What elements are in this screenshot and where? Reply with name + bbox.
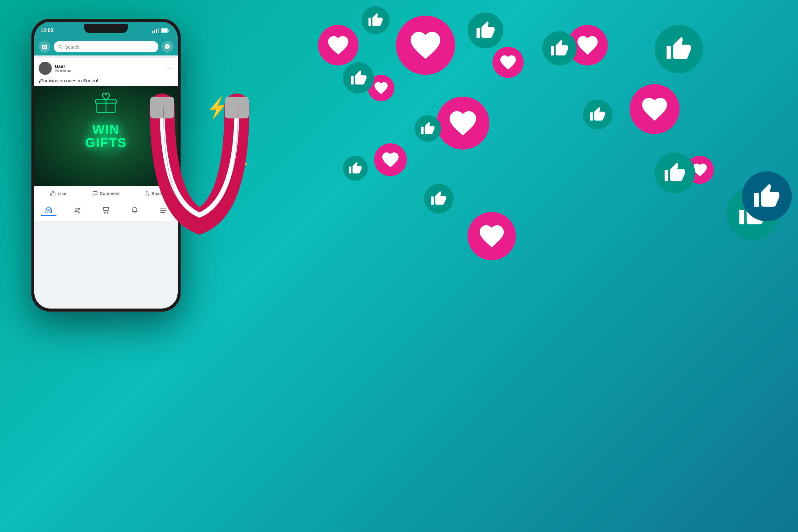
fb-header: Search [34, 38, 178, 56]
magnet-illustration [137, 87, 262, 249]
like-reaction-3 [343, 62, 374, 94]
messenger-icon [164, 44, 171, 50]
like-reaction-6 [424, 184, 454, 213]
heart-reaction-9 [630, 84, 680, 134]
nav-friends[interactable] [70, 205, 85, 216]
svg-rect-14 [46, 209, 52, 213]
people-icon [73, 207, 81, 214]
post-time: 20 min [55, 69, 71, 73]
magnet-svg [137, 87, 262, 249]
search-icon [58, 44, 62, 49]
friends-icon [67, 69, 71, 73]
like-reaction-7 [543, 31, 577, 65]
svg-rect-23 [150, 97, 174, 118]
camera-icon [41, 44, 48, 50]
svg-point-17 [78, 209, 80, 210]
messenger-button[interactable] [162, 41, 173, 53]
like-reaction-9 [654, 153, 695, 193]
heart-reaction-3 [493, 47, 524, 78]
post-username: User [55, 63, 71, 69]
camera-button[interactable] [39, 41, 51, 53]
like-reaction-8 [583, 100, 612, 129]
like-reaction-2 [468, 13, 504, 48]
battery-icon [161, 28, 169, 33]
svg-rect-0 [152, 31, 153, 33]
gift-box-illustration [94, 90, 118, 114]
marketplace-icon [102, 207, 110, 214]
like-reaction-10 [654, 25, 703, 73]
status-time: 12:00 [40, 28, 53, 33]
status-icons [152, 28, 169, 33]
like-reaction-1 [362, 6, 390, 34]
svg-rect-15 [47, 211, 50, 213]
like-reaction-4 [415, 115, 441, 142]
search-bar[interactable]: Search [54, 41, 158, 52]
svg-rect-3 [158, 28, 159, 33]
signal-bars-icon [152, 28, 159, 33]
svg-point-7 [44, 46, 45, 48]
ellipsis-button[interactable]: ··· [166, 65, 173, 72]
avatar [39, 62, 52, 75]
svg-rect-6 [168, 30, 169, 32]
svg-rect-5 [162, 29, 167, 32]
dark-circle-like [742, 171, 792, 221]
post-header: User 20 min ··· [34, 58, 178, 77]
like-reaction-5 [343, 156, 368, 181]
home-icon [45, 206, 52, 214]
search-placeholder: Search [65, 44, 80, 50]
like-button[interactable]: Like [34, 188, 82, 200]
post-user-info: User 20 min [39, 62, 71, 75]
svg-rect-24 [225, 97, 249, 118]
heart-reaction-7 [468, 212, 516, 260]
heart-reaction-6 [374, 144, 407, 176]
post-text: ¡Participa en nuestro Sorteo! [34, 77, 178, 86]
phone-notch [84, 24, 128, 33]
svg-rect-1 [154, 30, 155, 33]
heart-reaction-2 [396, 16, 455, 75]
comment-button[interactable]: Comment [82, 188, 130, 200]
nav-home[interactable] [41, 205, 56, 216]
svg-rect-2 [156, 29, 157, 33]
like-action-icon [50, 191, 56, 196]
nav-marketplace[interactable] [98, 205, 114, 216]
heart-reaction-1 [318, 25, 359, 65]
comment-action-icon [92, 191, 98, 196]
win-gifts-text: WIN GIFTS [85, 123, 127, 149]
svg-point-16 [75, 208, 77, 210]
svg-line-9 [61, 48, 62, 49]
heart-reaction-5 [436, 97, 489, 150]
